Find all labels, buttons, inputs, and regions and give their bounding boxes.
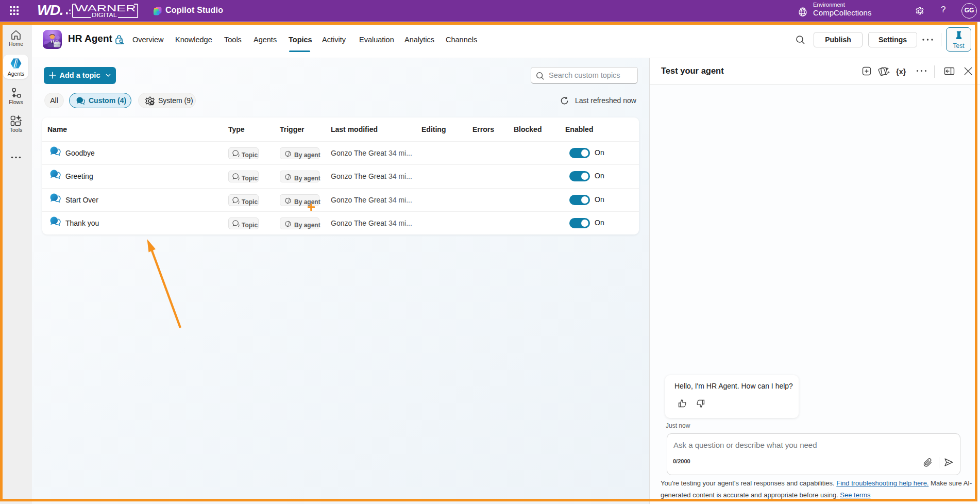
svg-text:WD.: WD.: [37, 4, 63, 18]
svg-text:WARNER: WARNER: [75, 4, 136, 13]
svg-text:DIGITAL: DIGITAL: [92, 12, 117, 18]
